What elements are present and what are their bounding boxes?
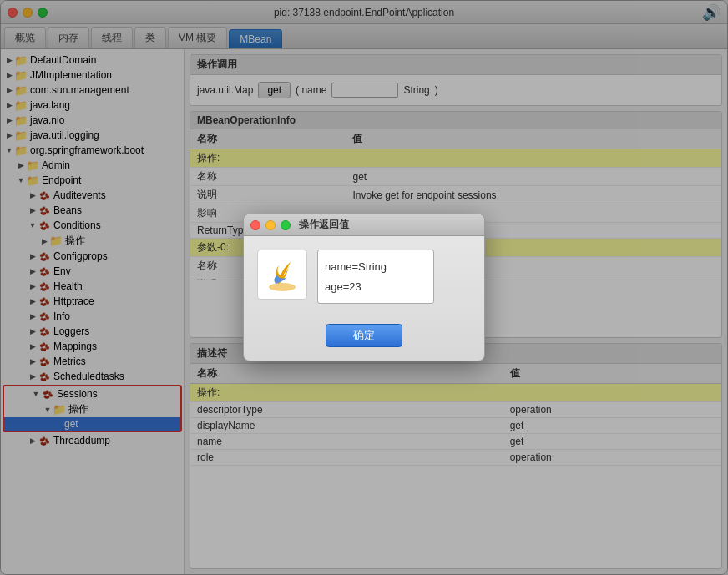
result-line-1: name=String — [325, 257, 427, 276]
svg-point-0 — [269, 283, 296, 291]
modal-titlebar: 操作返回值 — [244, 214, 484, 236]
modal-overlay: 操作返回值 name=String age=23 确定 — [0, 0, 728, 575]
java-logo-svg — [265, 254, 299, 295]
modal-body: name=String age=23 — [244, 236, 484, 317]
modal-max-button[interactable] — [281, 220, 291, 230]
java-icon — [257, 250, 307, 300]
modal-close-button[interactable] — [250, 220, 260, 230]
modal-min-button[interactable] — [265, 220, 276, 230]
result-content: name=String age=23 — [317, 250, 434, 304]
result-line-2: age=23 — [325, 277, 427, 296]
modal-footer: 确定 — [244, 317, 484, 361]
modal-confirm-button[interactable]: 确定 — [326, 324, 402, 347]
modal-title: 操作返回值 — [299, 218, 349, 232]
result-modal: 操作返回值 name=String age=23 确定 — [243, 214, 485, 361]
